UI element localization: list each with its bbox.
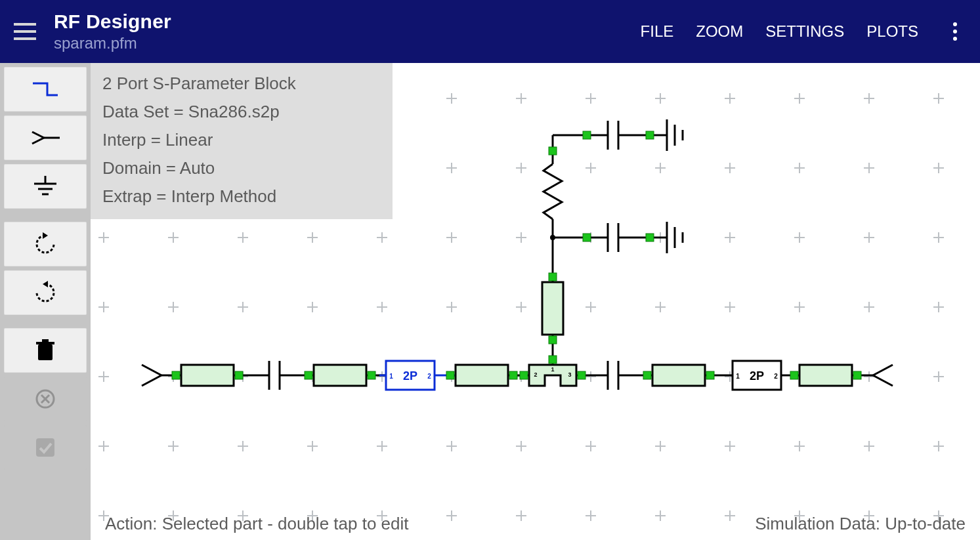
svg-rect-266	[578, 371, 586, 379]
svg-line-232	[873, 365, 893, 375]
svg-rect-210	[314, 365, 366, 386]
tool-cancel	[4, 377, 87, 421]
prop-domain: Domain = Auto	[102, 154, 381, 182]
svg-rect-263	[446, 371, 454, 379]
svg-rect-260	[235, 371, 243, 379]
prop-title: 2 Port S-Parameter Block	[102, 70, 381, 98]
svg-rect-14	[42, 339, 49, 342]
svg-rect-272	[549, 336, 557, 344]
svg-rect-261	[305, 371, 312, 379]
svg-rect-270	[853, 371, 861, 379]
svg-rect-264	[509, 371, 517, 379]
svg-rect-265	[520, 371, 528, 379]
tool-ground[interactable]	[4, 164, 87, 209]
svg-rect-224	[652, 365, 705, 386]
tool-sidebar	[0, 63, 91, 540]
svg-line-233	[873, 375, 893, 386]
body-area: 2P 1 2 2P 1 2 2 3 1 2 Port S-Parameter B…	[0, 63, 980, 540]
svg-line-3	[32, 132, 44, 138]
svg-rect-259	[172, 371, 180, 379]
svg-rect-276	[646, 131, 654, 139]
menu-file[interactable]: FILE	[641, 22, 674, 41]
prop-interp: Interp = Linear	[102, 126, 381, 154]
file-name: sparam.pfm	[54, 34, 171, 52]
svg-rect-277	[583, 234, 591, 241]
block-2p-selected-label: 2P	[403, 369, 417, 383]
svg-rect-204	[181, 365, 234, 386]
tool-port[interactable]	[4, 115, 87, 160]
svg-text:3: 3	[568, 371, 571, 378]
properties-panel[interactable]: 2 Port S-Parameter Block Data Set = Sna2…	[91, 63, 393, 219]
svg-rect-273	[549, 273, 557, 281]
svg-rect-18	[36, 438, 54, 457]
block-2p-2-label: 2P	[750, 369, 764, 383]
svg-text:1: 1	[736, 373, 740, 380]
svg-rect-278	[646, 234, 654, 241]
svg-line-202	[142, 375, 161, 386]
svg-marker-10	[43, 232, 48, 239]
schematic-canvas[interactable]: 2P 1 2 2P 1 2 2 3 1 2 Port S-Parameter B…	[91, 63, 980, 540]
tool-delete[interactable]	[4, 328, 87, 373]
svg-line-4	[32, 138, 44, 144]
svg-rect-269	[790, 371, 798, 379]
svg-rect-271	[549, 356, 557, 363]
svg-rect-13	[36, 342, 54, 344]
menu-icon[interactable]	[9, 16, 41, 47]
menu-settings[interactable]: SETTINGS	[765, 22, 844, 41]
svg-marker-11	[43, 281, 48, 287]
prop-extrap: Extrap = Interp Method	[102, 182, 381, 211]
menu-plots[interactable]: PLOTS	[866, 22, 918, 41]
tool-confirm	[4, 425, 87, 470]
svg-rect-274	[549, 147, 557, 155]
svg-rect-268	[706, 371, 714, 379]
svg-text:1: 1	[389, 373, 393, 380]
menu-zoom[interactable]: ZOOM	[696, 22, 743, 41]
tool-rotate-ccw[interactable]	[4, 222, 87, 266]
prop-dataset: Data Set = Sna286.s2p	[102, 98, 381, 126]
svg-rect-12	[38, 344, 53, 360]
svg-text:1: 1	[551, 366, 554, 373]
app-header: RF Designer sparam.pfm FILE ZOOM SETTING…	[0, 0, 980, 63]
svg-rect-275	[583, 131, 591, 139]
svg-text:2: 2	[774, 373, 778, 380]
svg-rect-235	[542, 282, 563, 335]
tool-tline[interactable]	[4, 67, 87, 112]
svg-text:2: 2	[427, 373, 431, 380]
svg-text:2: 2	[534, 371, 537, 378]
overflow-icon[interactable]	[946, 22, 964, 41]
svg-rect-267	[643, 371, 651, 379]
svg-line-201	[142, 365, 161, 375]
svg-rect-262	[368, 371, 375, 379]
app-title: RF Designer	[54, 10, 171, 33]
main-menu: FILE ZOOM SETTINGS PLOTS	[641, 22, 964, 41]
svg-rect-230	[799, 365, 852, 386]
svg-rect-216	[456, 365, 508, 386]
tool-rotate-cw[interactable]	[4, 270, 87, 315]
